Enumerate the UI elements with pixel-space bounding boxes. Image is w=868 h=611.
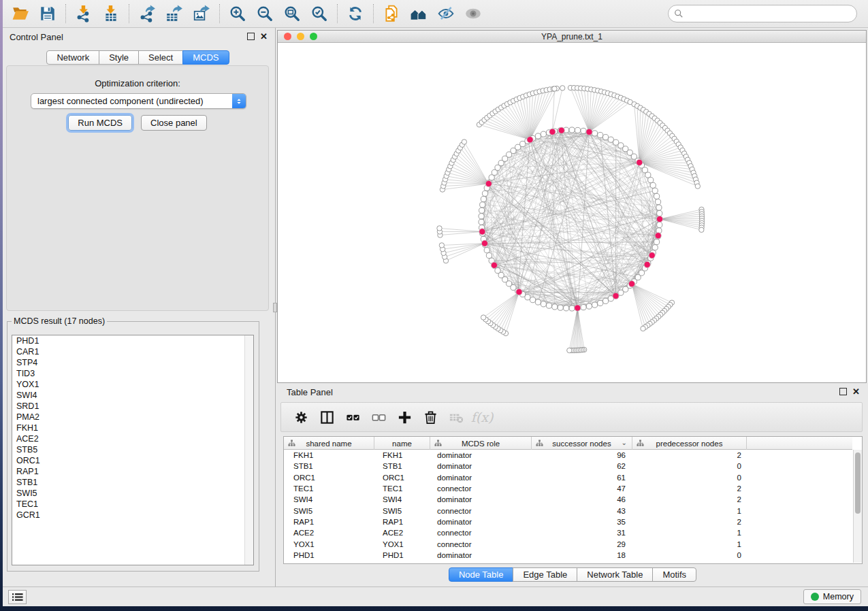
network-node[interactable] bbox=[657, 210, 662, 216]
network-node[interactable] bbox=[546, 303, 551, 308]
result-list-item[interactable]: SRD1 bbox=[12, 401, 253, 412]
network-node[interactable] bbox=[648, 178, 654, 183]
table-row[interactable]: TEC1TEC1connector472 bbox=[284, 483, 852, 494]
memory-button[interactable]: Memory bbox=[803, 589, 861, 604]
mcds-hub-node[interactable] bbox=[527, 137, 533, 143]
import-network-button[interactable] bbox=[70, 2, 97, 25]
mcds-hub-node[interactable] bbox=[644, 261, 650, 267]
control-panel-float-icon[interactable] bbox=[247, 33, 255, 40]
network-canvas[interactable] bbox=[278, 43, 866, 382]
tab-style[interactable]: Style bbox=[99, 50, 139, 65]
network-leaf-node[interactable] bbox=[567, 348, 572, 352]
table-row[interactable]: PHD1PHD1dominator180 bbox=[284, 550, 852, 561]
column-header-MCDS-role[interactable]: MCDS role bbox=[430, 437, 532, 450]
network-node[interactable] bbox=[650, 182, 656, 188]
network-node[interactable] bbox=[486, 252, 492, 258]
refresh-button[interactable] bbox=[342, 2, 369, 25]
network-leaf-node[interactable] bbox=[695, 184, 700, 188]
table-row[interactable]: ORC1ORC1dominator610 bbox=[284, 472, 852, 483]
network-node[interactable] bbox=[581, 305, 586, 310]
mcds-hub-node[interactable] bbox=[655, 233, 661, 239]
network-node[interactable] bbox=[575, 127, 580, 133]
add-column-button[interactable] bbox=[394, 406, 415, 428]
tab-edge-table[interactable]: Edge Table bbox=[513, 567, 577, 582]
splitter-grip[interactable] bbox=[273, 303, 277, 312]
network-node[interactable] bbox=[558, 305, 563, 310]
table-row[interactable]: FKH1FKH1dominator962 bbox=[284, 450, 852, 461]
result-list-item[interactable]: CAR1 bbox=[12, 346, 253, 357]
network-node[interactable] bbox=[598, 132, 603, 137]
network-node[interactable] bbox=[608, 137, 613, 142]
network-leaf-node[interactable] bbox=[462, 139, 466, 144]
table-row[interactable]: ACE2ACE2connector311 bbox=[284, 527, 852, 538]
column-header-predecessor-nodes[interactable]: predecessor nodes bbox=[632, 437, 747, 450]
hide-selected-button[interactable] bbox=[432, 2, 460, 25]
network-node[interactable] bbox=[569, 306, 575, 311]
show-columns-button[interactable] bbox=[317, 406, 337, 428]
network-node[interactable] bbox=[495, 268, 500, 274]
network-node[interactable] bbox=[613, 139, 619, 145]
show-all-button[interactable] bbox=[460, 2, 487, 25]
delete-column-button[interactable] bbox=[420, 406, 440, 428]
result-list-item[interactable]: PHD1 bbox=[12, 335, 253, 346]
network-leaf-node[interactable] bbox=[481, 315, 485, 320]
network-node[interactable] bbox=[541, 301, 546, 307]
table-panel-close-icon[interactable]: ✕ bbox=[852, 388, 860, 395]
table-row[interactable]: SWI5SWI5connector431 bbox=[284, 505, 852, 516]
result-list-item[interactable]: STB5 bbox=[12, 444, 253, 455]
network-node[interactable] bbox=[479, 219, 484, 225]
result-list-item[interactable]: ORC1 bbox=[12, 455, 253, 466]
network-node[interactable] bbox=[657, 222, 662, 227]
control-panel-close-icon[interactable]: ✕ bbox=[260, 33, 268, 40]
save-session-button[interactable] bbox=[34, 2, 61, 25]
zoom-fit-button[interactable] bbox=[278, 2, 306, 25]
network-node[interactable] bbox=[479, 208, 485, 213]
deselect-all-button[interactable] bbox=[368, 406, 389, 428]
zoom-out-button[interactable] bbox=[251, 2, 278, 25]
mcds-hub-node[interactable] bbox=[613, 293, 619, 299]
tab-network-table[interactable]: Network Table bbox=[577, 567, 653, 582]
network-node[interactable] bbox=[602, 134, 608, 139]
network-node[interactable] bbox=[654, 193, 660, 199]
network-leaf-node[interactable] bbox=[560, 86, 565, 90]
column-header-name[interactable]: name bbox=[374, 437, 430, 450]
table-panel-float-icon[interactable] bbox=[839, 388, 847, 395]
search-input[interactable] bbox=[687, 9, 843, 18]
result-list-item[interactable]: RAP1 bbox=[12, 466, 253, 477]
result-list-item[interactable]: PMA2 bbox=[12, 412, 253, 423]
tab-select[interactable]: Select bbox=[138, 50, 183, 65]
network-node[interactable] bbox=[530, 297, 535, 303]
result-list-item[interactable]: YOX1 bbox=[12, 379, 253, 390]
network-node[interactable] bbox=[654, 239, 660, 244]
open-file-button[interactable] bbox=[7, 2, 34, 25]
import-table-button[interactable] bbox=[97, 2, 125, 25]
result-list-item[interactable]: TEC1 bbox=[12, 499, 253, 510]
export-network-button[interactable] bbox=[133, 2, 161, 25]
export-table-button[interactable] bbox=[161, 2, 188, 25]
result-list-scrollbar[interactable] bbox=[244, 335, 253, 565]
result-list-item[interactable]: SWI5 bbox=[12, 488, 253, 499]
mcds-result-list[interactable]: PHD1CAR1STP4TID3YOX1SWI4SRD1PMA2FKH1ACE2… bbox=[12, 335, 254, 565]
network-node[interactable] bbox=[489, 175, 494, 180]
network-node[interactable] bbox=[541, 131, 546, 137]
clone-network-button[interactable] bbox=[378, 2, 405, 25]
result-list-item[interactable]: ACE2 bbox=[12, 433, 253, 444]
mcds-hub-node[interactable] bbox=[558, 127, 564, 133]
column-header-successor-nodes[interactable]: successor nodes⌄ bbox=[532, 437, 632, 450]
network-node[interactable] bbox=[598, 300, 603, 306]
column-header-shared-name[interactable]: shared name bbox=[284, 437, 374, 450]
tab-motifs[interactable]: Motifs bbox=[652, 567, 696, 582]
network-node[interactable] bbox=[581, 128, 586, 133]
network-window-titlebar[interactable]: YPA_prune.txt_1 bbox=[278, 31, 866, 43]
network-node[interactable] bbox=[656, 205, 662, 210]
network-node[interactable] bbox=[520, 141, 526, 146]
network-node[interactable] bbox=[525, 295, 530, 300]
table-row[interactable]: SWI4SWI4dominator462 bbox=[284, 494, 852, 505]
result-list-item[interactable]: STP4 bbox=[12, 357, 253, 368]
network-node[interactable] bbox=[592, 131, 598, 136]
mcds-hub-node[interactable] bbox=[491, 262, 497, 268]
mcds-hub-node[interactable] bbox=[575, 305, 581, 311]
network-node[interactable] bbox=[484, 248, 489, 253]
mcds-hub-node[interactable] bbox=[628, 281, 634, 287]
network-node[interactable] bbox=[515, 144, 521, 150]
